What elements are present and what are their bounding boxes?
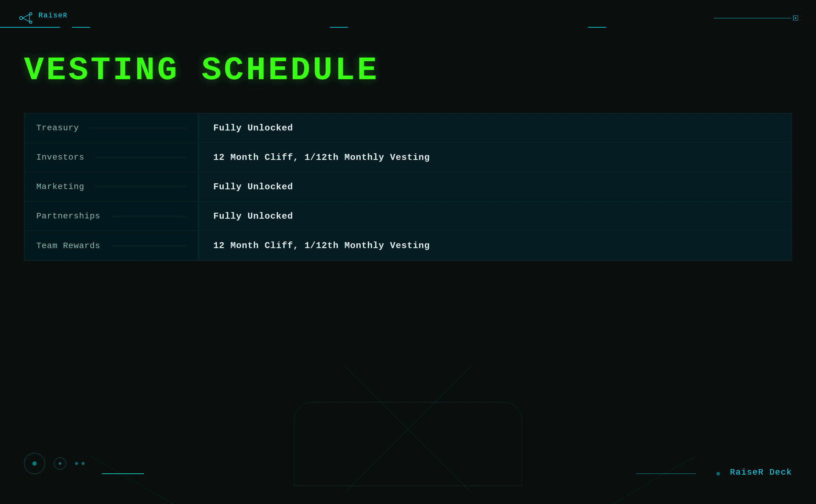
category-line bbox=[90, 128, 186, 128]
bottom-line-right bbox=[636, 473, 696, 474]
vesting-item: Fully Unlocked bbox=[198, 172, 792, 202]
sep-dash-1 bbox=[72, 27, 90, 28]
svg-line-4 bbox=[23, 18, 29, 22]
sep-dash-3 bbox=[588, 27, 606, 28]
vesting-item: Fully Unlocked bbox=[198, 113, 792, 143]
vesting-item: 12 Month Cliff, 1/12th Monthly Vesting bbox=[198, 231, 792, 260]
logo-area: RaiseR bbox=[18, 10, 67, 26]
svg-point-1 bbox=[29, 13, 32, 15]
category-item: Partnerships bbox=[24, 202, 198, 231]
svg-point-0 bbox=[19, 17, 23, 19]
category-label: Marketing bbox=[36, 182, 84, 191]
category-item: Treasury bbox=[24, 113, 198, 143]
bottom-line-right-dot bbox=[716, 472, 720, 475]
bottom-dot-1 bbox=[75, 462, 78, 465]
category-label: Team Rewards bbox=[36, 241, 101, 251]
geo-line-2 bbox=[566, 456, 696, 504]
circle-inner-dot bbox=[59, 462, 61, 465]
vesting-text: Fully Unlocked bbox=[213, 182, 293, 192]
sep-dash-2 bbox=[330, 27, 348, 28]
vesting-text: 12 Month Cliff, 1/12th Monthly Vesting bbox=[213, 241, 430, 251]
vesting-text: 12 Month Cliff, 1/12th Monthly Vesting bbox=[213, 152, 430, 163]
header-right bbox=[714, 14, 798, 22]
logo-icon bbox=[18, 10, 34, 26]
vesting-item: Fully Unlocked bbox=[198, 202, 792, 231]
category-label: Partnerships bbox=[36, 211, 101, 221]
bottom-left-circles bbox=[24, 453, 85, 474]
circle-outer-dot bbox=[32, 461, 37, 466]
geo-line-1 bbox=[90, 456, 220, 504]
header-line bbox=[714, 18, 791, 18]
vesting-text: Fully Unlocked bbox=[213, 123, 293, 133]
category-line bbox=[111, 246, 186, 246]
header-dot-inner bbox=[795, 17, 796, 19]
left-panel: TreasuryInvestorsMarketingPartnershipsTe… bbox=[24, 113, 198, 261]
footer-brand-label: RaiseR Deck bbox=[730, 468, 792, 477]
right-panel: Fully Unlocked12 Month Cliff, 1/12th Mon… bbox=[198, 113, 792, 261]
category-item: Team Rewards bbox=[24, 231, 198, 260]
vesting-item: 12 Month Cliff, 1/12th Monthly Vesting bbox=[198, 143, 792, 172]
header-indicator bbox=[714, 14, 798, 22]
circle-outer bbox=[24, 453, 45, 474]
header: RaiseR bbox=[0, 0, 816, 27]
category-line bbox=[111, 216, 186, 216]
bottom-dots bbox=[75, 462, 85, 465]
bottom-dot-2 bbox=[82, 462, 85, 465]
bottom-line-left bbox=[102, 473, 144, 474]
vesting-text: Fully Unlocked bbox=[213, 211, 293, 221]
category-label: Investors bbox=[36, 153, 84, 162]
page-title: VESTING SCHEDULE bbox=[24, 52, 816, 89]
logo-text: RaiseR bbox=[38, 11, 67, 25]
category-item: Investors bbox=[24, 143, 198, 172]
main-content: TreasuryInvestorsMarketingPartnershipsTe… bbox=[24, 113, 792, 261]
header-dot bbox=[793, 16, 798, 20]
circle-inner bbox=[54, 457, 66, 469]
category-item: Marketing bbox=[24, 172, 198, 202]
category-line bbox=[95, 187, 186, 187]
bottom-decoration: RaiseR Deck bbox=[0, 378, 816, 504]
top-separator bbox=[0, 27, 816, 28]
svg-point-2 bbox=[29, 21, 32, 23]
svg-line-3 bbox=[23, 14, 29, 18]
sep-line-left bbox=[0, 27, 60, 28]
category-label: Treasury bbox=[36, 123, 79, 133]
bottom-rect bbox=[294, 402, 522, 486]
